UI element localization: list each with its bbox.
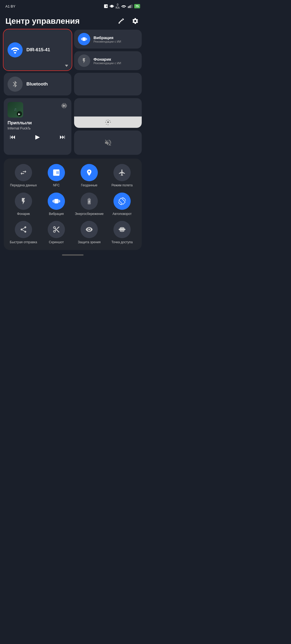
wifi-ssid-label: DIR-615-41 xyxy=(26,47,50,53)
geodata-icon xyxy=(81,164,98,181)
battery-save-icon xyxy=(81,193,98,210)
icon-item-flashlight2[interactable]: Фонарик xyxy=(8,193,39,216)
wifi-chevron-icon xyxy=(65,65,68,67)
empty-right-tile xyxy=(74,73,142,95)
icon-item-quick-share[interactable]: Быстрая отправка xyxy=(8,221,39,245)
header-actions xyxy=(116,16,140,26)
icon-item-nfc[interactable]: NFC xyxy=(40,164,72,188)
vibration-tile[interactable]: Вибрация Рекомендации с ИИ xyxy=(74,30,142,49)
icon-item-battery-save[interactable]: Энергосбережение xyxy=(73,193,105,216)
vibration2-icon xyxy=(48,193,65,210)
svg-rect-0 xyxy=(128,6,129,8)
airplane-icon xyxy=(113,164,131,181)
autorotate-label: Автоповорот xyxy=(113,212,132,216)
media-controls: ⏮ ▶ ⏭ xyxy=(8,133,68,141)
media-tile[interactable]: 🎵 ▶ Приплыли Infernal FuckЪ ⏮ ▶ ⏭ xyxy=(4,98,71,155)
album-art: 🎵 ▶ xyxy=(8,102,23,118)
screenshot-label: Скриншот xyxy=(49,240,64,245)
bluetooth-label: Bluetooth xyxy=(26,81,48,87)
hotspot-label: Точка доступа xyxy=(111,240,133,245)
play-overlay-button[interactable]: ▶ xyxy=(17,111,22,117)
flashlight-tile[interactable]: Фонарик Рекомендации с ИИ xyxy=(74,51,142,70)
brightness-tile[interactable] xyxy=(74,98,142,128)
wifi-status-icon xyxy=(121,4,126,8)
icon-item-hotspot[interactable]: Точка доступа xyxy=(106,221,138,245)
speed-label: 0K/s xyxy=(116,3,119,9)
brightness-fill xyxy=(74,117,142,128)
volume-tile[interactable] xyxy=(74,131,142,155)
vibration-icon-circle xyxy=(78,33,90,45)
flashlight-tile-text: Фонарик Рекомендации с ИИ xyxy=(93,57,121,65)
edit-button[interactable] xyxy=(116,16,126,26)
carrier-label: A1 BY xyxy=(5,4,15,8)
icon-item-screenshot[interactable]: Скриншот xyxy=(40,221,72,245)
header: Центр управления xyxy=(0,11,146,30)
next-button[interactable]: ⏭ xyxy=(60,133,65,141)
prev-button[interactable]: ⏮ xyxy=(10,133,16,141)
handle-bar xyxy=(62,254,84,256)
flashlight2-label: Фонарик xyxy=(17,212,30,216)
vibration2-label: Вибрация xyxy=(49,212,64,216)
geodata-label: Геоданные xyxy=(81,183,97,188)
data-transfer-icon xyxy=(15,164,32,181)
nfc-status-icon xyxy=(104,4,108,8)
data-transfer-label: Передача данных xyxy=(10,183,37,188)
play-button[interactable]: ▶ xyxy=(35,133,40,141)
screenshot-icon xyxy=(48,221,65,238)
hotspot-icon xyxy=(113,221,131,238)
svg-rect-1 xyxy=(129,6,129,8)
signal-status-icon xyxy=(128,4,133,8)
icon-item-vibration2[interactable]: Вибрация xyxy=(40,193,72,216)
flashlight2-icon xyxy=(15,193,32,210)
bluetooth-icon-circle xyxy=(8,77,23,92)
nfc-icon xyxy=(48,164,65,181)
media-top-row: 🎵 ▶ xyxy=(8,102,68,118)
nfc-label: NFC xyxy=(53,183,60,188)
svg-rect-3 xyxy=(131,5,131,8)
svg-rect-2 xyxy=(130,5,130,8)
wifi-icon-circle xyxy=(8,42,23,57)
flashlight-icon-circle xyxy=(78,54,90,67)
airplane-label: Режим полета xyxy=(112,183,133,188)
icon-item-geodata[interactable]: Геоданные xyxy=(73,164,105,188)
battery-save-label: Энергосбережение xyxy=(75,212,104,216)
quick-share-icon xyxy=(15,221,32,238)
eye-protect-label: Защита зрения xyxy=(78,240,101,245)
battery-label: 75 xyxy=(134,4,140,8)
settings-button[interactable] xyxy=(130,16,140,26)
eye-protect-icon xyxy=(81,221,98,238)
status-bar: A1 BY 0K/s 75 xyxy=(0,0,146,11)
media-song-title: Приплыли xyxy=(8,120,68,126)
wifi-tile[interactable]: DIR-615-41 xyxy=(4,30,71,70)
icon-item-eye-protect[interactable]: Защита зрения xyxy=(73,221,105,245)
quick-share-label: Быстрая отправка xyxy=(10,240,37,245)
icon-item-airplane[interactable]: Режим полета xyxy=(106,164,138,188)
vibration-tile-text: Вибрация Рекомендации с ИИ xyxy=(93,35,121,43)
soundwave-icon xyxy=(60,102,68,109)
svg-rect-4 xyxy=(132,5,133,8)
bluetooth-tile[interactable]: Bluetooth xyxy=(4,73,71,95)
status-icons: 0K/s 75 xyxy=(104,3,140,9)
icon-grid: Передача данныхNFCГеоданныеРежим полетаФ… xyxy=(8,164,138,245)
vibrate-status-icon xyxy=(110,4,114,8)
page-title: Центр управления xyxy=(5,16,80,26)
bottom-handle[interactable] xyxy=(0,250,146,258)
icon-item-data-transfer[interactable]: Передача данных xyxy=(8,164,39,188)
icon-item-autorotate[interactable]: Автоповорот xyxy=(106,193,138,216)
svg-point-5 xyxy=(63,105,65,107)
bottom-grid-section: Передача данныхNFCГеоданныеРежим полетаФ… xyxy=(4,159,142,250)
autorotate-icon xyxy=(113,193,131,210)
quick-tiles-section: DIR-615-41 Вибрация Рекомендации с ИИ Фо… xyxy=(0,30,146,155)
media-artist-label: Infernal FuckЪ xyxy=(8,126,68,130)
